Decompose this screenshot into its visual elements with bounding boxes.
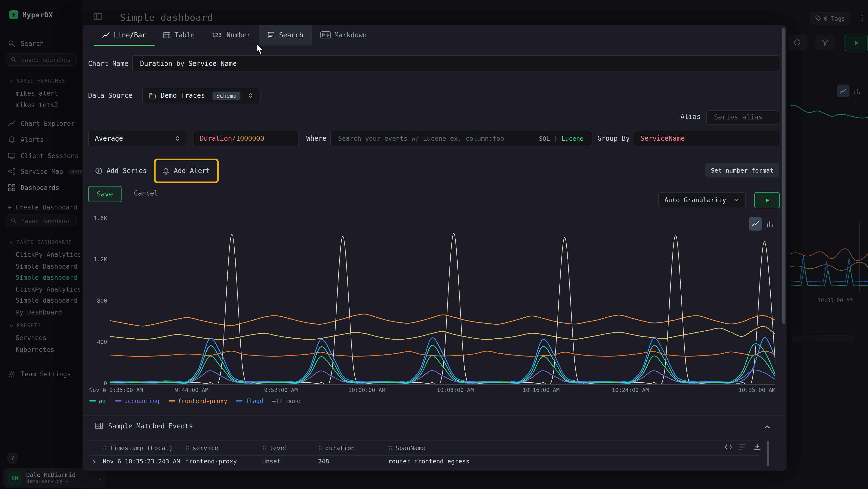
legend-item-ad[interactable]: ad [89, 398, 106, 404]
column-label: service [192, 444, 218, 451]
cancel-button[interactable]: Cancel [134, 186, 158, 201]
aggregation-select[interactable]: Average [88, 131, 188, 146]
legend-item-accounting[interactable]: accounting [115, 398, 160, 404]
code-icon[interactable] [724, 443, 733, 451]
legend-item-flagd[interactable]: flagd [236, 398, 263, 404]
download-icon[interactable] [753, 443, 762, 451]
tab-label: Number [226, 31, 250, 39]
line-chart-icon [751, 220, 759, 228]
save-button[interactable]: Save [88, 186, 122, 202]
plus-circle-icon [95, 167, 102, 175]
table-icon [95, 422, 103, 430]
n123-icon: 123 [212, 31, 222, 39]
events-scrollbar[interactable] [767, 441, 769, 466]
tab-table[interactable]: Table [154, 25, 203, 46]
series-frontend-proxy [110, 314, 775, 326]
data-source-select[interactable]: Demo Traces Schema [142, 88, 260, 103]
cell-service: frontend-proxy [185, 468, 262, 471]
cell-service: frontend-proxy [185, 455, 262, 468]
add-series-button[interactable]: Add Series [95, 164, 147, 178]
grip-icon [262, 445, 267, 451]
tab-label: Search [279, 31, 303, 39]
events-table-header: Timestamp (Local)serviceleveldurationSpa… [89, 440, 758, 456]
cell-level: Unset [262, 455, 318, 468]
add-alert-button[interactable]: Add Alert [162, 167, 210, 175]
grip-icon [388, 445, 393, 451]
events-table-actions [724, 443, 762, 451]
table-icon [163, 31, 170, 39]
bar-chart-toggle[interactable] [763, 217, 777, 231]
legend-label: ad [99, 398, 106, 404]
cell-level: Unset [262, 468, 318, 471]
tab-search[interactable]: Search [259, 25, 311, 46]
grip-icon [185, 445, 190, 451]
granularity-select[interactable]: Auto Granularity [658, 192, 746, 207]
chevron-down-icon [733, 196, 740, 203]
table-row[interactable]: Nov 6 10:35:23.243 AMfrontend-proxyUnset… [89, 468, 758, 471]
column-header-service[interactable]: service [185, 440, 262, 455]
x-tick-label: 10:16:00 AM [523, 387, 560, 393]
legend-label: frontend-proxy [178, 398, 227, 404]
chart-name-label: Chart Name [88, 60, 128, 67]
alias-input[interactable] [713, 113, 773, 122]
legend-dash [89, 400, 96, 402]
x-tick-label: Nov 6 9:35:00 AM [89, 387, 143, 393]
x-tick-label: 9:44:00 AM [175, 387, 209, 393]
x-axis-line [110, 384, 775, 385]
modal-scrollbar[interactable] [782, 28, 785, 324]
legend-more[interactable]: +12 more [272, 398, 301, 404]
table-row[interactable]: Nov 6 10:35:23.243 AMfrontend-proxyUnset… [89, 455, 758, 469]
x-axis: Nov 6 9:35:00 AM9:44:00 AM9:52:00 AM10:0… [110, 387, 775, 395]
bar-chart-icon [766, 220, 774, 228]
x-tick-label: 10:24:00 AM [612, 387, 649, 393]
grip-icon [103, 445, 107, 451]
column-label: level [269, 444, 288, 451]
metric-field-input[interactable]: Duration/1000000 [193, 131, 299, 146]
tab-number[interactable]: 123Number [203, 25, 259, 46]
updown-chevron-icon [247, 92, 254, 99]
column-header-timestamp-local-[interactable]: Timestamp (Local) [103, 440, 185, 455]
alias-input-wrap [706, 110, 779, 124]
add-alert-highlight: Add Alert [154, 159, 219, 183]
run-chart-button[interactable] [754, 192, 780, 208]
chart-icon [102, 31, 110, 39]
line-chart-toggle[interactable] [749, 217, 762, 231]
chevron-right-icon [91, 459, 97, 464]
series-frontend [110, 344, 775, 383]
group-by-input[interactable]: ServiceName [633, 131, 779, 146]
svg-text:123: 123 [212, 32, 222, 38]
lucene-option[interactable]: Lucene [562, 135, 584, 142]
query-language-toggle[interactable]: SQL | Lucene [539, 131, 584, 146]
column-header-level[interactable]: level [262, 440, 318, 455]
cell-timestamp: Nov 6 10:35:23.243 AM [103, 468, 185, 471]
sql-option[interactable]: SQL [539, 135, 550, 142]
legend-dash [115, 400, 122, 402]
column-settings-icon[interactable] [739, 443, 747, 451]
row-expand-cell[interactable] [89, 455, 103, 468]
column-header-duration[interactable]: duration [318, 440, 389, 455]
play-icon [764, 197, 770, 204]
cell-span-name: router frontend egress [388, 455, 758, 468]
legend-item-frontend-proxy[interactable]: frontend-proxy [168, 398, 227, 404]
y-tick-label: 800 [88, 297, 107, 304]
legend-dash [168, 400, 175, 402]
events-rows: Nov 6 10:35:23.243 AMfrontend-proxyUnset… [89, 455, 758, 471]
column-header-spanname[interactable]: SpanName [388, 440, 758, 455]
tab-line-bar[interactable]: Line/Bar [94, 25, 155, 46]
chart-type-toggle [749, 217, 777, 231]
y-tick-label: 400 [88, 339, 107, 345]
column-label: Timestamp (Local) [110, 444, 173, 451]
tab-markdown[interactable]: Markdown [311, 25, 375, 46]
chart-name-input[interactable] [139, 59, 773, 68]
data-source-label: Data Source [88, 91, 133, 99]
set-number-format-button[interactable]: Set number format [705, 163, 779, 178]
row-expand-cell[interactable] [89, 468, 103, 471]
cell-timestamp: Nov 6 10:35:23.243 AM [103, 455, 185, 468]
events-divider [83, 415, 783, 416]
collapse-chevron-icon[interactable] [763, 423, 772, 431]
schema-badge: Schema [212, 91, 240, 100]
granularity-value: Auto Granularity [664, 196, 726, 203]
column-label: SpanName [396, 444, 425, 451]
cell-duration: 248 [318, 468, 389, 471]
legend-label: flagd [246, 398, 263, 404]
